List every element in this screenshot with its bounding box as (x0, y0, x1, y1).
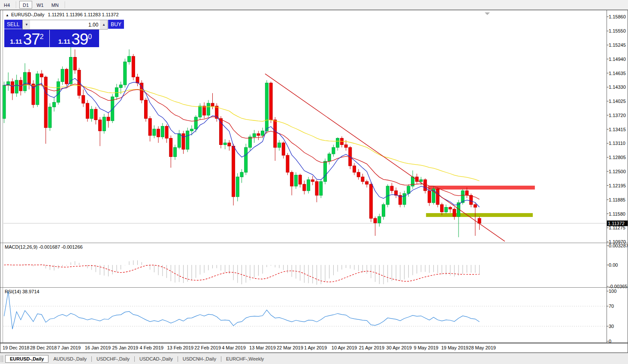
svg-text:1.11372: 1.11372 (608, 221, 625, 226)
rsi-axis-label: 0 (609, 339, 611, 344)
time-axis-label: 7 Jan 2019 (57, 345, 81, 350)
one-click-trade-panel: SELL ▼ ▲ BUY 1.11 37 2 1.11 39 0 (4, 20, 99, 47)
chart-symbol-period: EURUSD-,Daily (11, 12, 45, 17)
time-axis-label: 30 Apr 2019 (386, 345, 412, 350)
time-axis-label: 19 Dec 2018 (3, 345, 29, 350)
time-axis-label: 4 Feb 2019 (140, 345, 164, 350)
chart-tab-bar: EURUSD-,DailyAUDUSD-,DailyUSDCHF-,DailyU… (0, 353, 628, 364)
chart-window: 1.158601.155501.152451.149401.146351.143… (0, 10, 628, 353)
chart-tab-usdchf-daily[interactable]: USDCHF-,Daily (92, 355, 134, 363)
price-axis-label: 1.12805 (609, 155, 626, 160)
chart-tab-usdcnh-daily[interactable]: USDCNH-,Daily (178, 355, 221, 363)
sell-button[interactable]: SELL (4, 20, 22, 29)
timeframe-button-h4[interactable]: H4 (0, 1, 13, 9)
price-axis-label: 1.13720 (609, 113, 626, 118)
chart-canvas[interactable]: 1.158601.155501.152451.149401.146351.143… (0, 10, 628, 352)
rsi-indicator-label: RSI(14) 38.9714 (5, 289, 39, 294)
price-axis-label: 1.15860 (609, 14, 626, 19)
price-axis[interactable]: 1.158601.155501.152451.149401.146351.143… (607, 14, 628, 344)
price-axis-label: 1.11580 (609, 211, 625, 217)
volume-up-icon[interactable]: ▲ (100, 20, 107, 29)
chart-tab-eurchf-weekly[interactable]: EURCHF-,Weekly (221, 355, 269, 363)
price-axis-label: 1.15550 (609, 28, 626, 33)
chart-tab-eurusd-daily[interactable]: EURUSD-,Daily (5, 355, 48, 363)
time-axis-label: 13 Mar 2019 (249, 345, 276, 350)
sell-price-main: 37 (23, 33, 40, 46)
buy-price-main: 39 (71, 33, 88, 46)
volume-down-icon[interactable]: ▼ (23, 20, 30, 29)
timeframe-button-d1[interactable]: D1 (19, 1, 32, 9)
time-axis-label: 10 Apr 2019 (332, 345, 357, 350)
macd-indicator-label: MACD(12,26,9) -0.001687 -0.001266 (5, 244, 83, 250)
price-axis-label: 1.12500 (609, 169, 626, 174)
rsi-pane[interactable] (3, 291, 607, 329)
macd-pane[interactable] (4, 260, 480, 285)
time-axis-label: 25 Jan 2019 (112, 345, 139, 350)
time-axis-label: 22 Mar 2019 (277, 345, 303, 350)
macd-axis-label: 0.00 (609, 262, 618, 268)
resistance-level-band (428, 186, 535, 190)
chart-shift-marker-icon (485, 12, 490, 15)
buy-price[interactable]: 1.11 39 0 (51, 30, 99, 47)
price-axis-label: 1.14330 (609, 84, 626, 90)
time-axis-label: 13 Feb 2019 (167, 345, 193, 350)
rsi-axis-label: 100 (609, 289, 616, 294)
price-axis-label: 1.14940 (609, 57, 626, 62)
price-axis-label: 1.11885 (609, 197, 625, 202)
time-axis-label: 28 Dec 2018 (30, 345, 57, 350)
candlestick-series (3, 47, 481, 237)
rsi-axis-label: 70 (609, 304, 614, 309)
price-axis-label: 1.13110 (609, 141, 625, 146)
timeframe-button-w1[interactable]: W1 (33, 1, 47, 9)
price-axis-label: 1.14635 (609, 71, 626, 76)
macd-axis-label: 0.003287 (609, 243, 628, 248)
trade-controls-row: SELL ▼ ▲ BUY (4, 20, 99, 30)
buy-button[interactable]: BUY (108, 20, 124, 29)
price-axis-label: 1.14025 (609, 99, 626, 104)
collapse-trade-panel-icon[interactable]: ▲ (6, 13, 9, 17)
time-axis[interactable]: 19 Dec 201828 Dec 20187 Jan 201916 Jan 2… (3, 345, 496, 350)
trade-prices-row: 1.11 37 2 1.11 39 0 (4, 30, 99, 47)
price-axis-label: 1.15245 (609, 42, 626, 48)
timeframe-toolbar: H4D1W1MN (0, 0, 628, 10)
chart-title: ▲EURUSD-,Daily1.11291 1.11396 1.11283 1.… (6, 12, 119, 17)
chart-tab-audusd-daily[interactable]: AUDUSD-,Daily (48, 355, 91, 363)
price-axis-label: 1.13415 (609, 127, 626, 132)
price-axis-label: 1.12195 (609, 183, 626, 188)
toolbar-separator (16, 1, 17, 8)
toolbar-separator (65, 1, 66, 8)
rsi-axis-label: 30 (609, 324, 614, 329)
time-axis-label: 16 Jan 2019 (85, 345, 111, 350)
timeframe-button-mn[interactable]: MN (48, 1, 62, 9)
mt4-app: H4D1W1MN 1.158601.155501.152451.149401.1… (0, 0, 628, 364)
chart-tab-usdcad-daily[interactable]: USDCAD-,Daily (135, 355, 178, 363)
time-axis-label: 19 May 2019 (441, 345, 468, 350)
buy-price-prefix: 1.11 (58, 38, 70, 45)
volume-spinner: ▼ ▲ (22, 20, 108, 30)
time-axis-label: 4 Mar 2019 (222, 345, 246, 350)
tabbar-grip (1, 355, 3, 362)
buy-price-pip: 0 (88, 33, 92, 40)
time-axis-label: 21 Apr 2019 (359, 345, 384, 350)
time-axis-label: 9 May 2019 (414, 345, 438, 350)
time-axis-label: 1 Apr 2019 (304, 345, 327, 350)
time-axis-label: 22 Feb 2019 (194, 345, 221, 350)
sell-price-prefix: 1.11 (10, 38, 22, 45)
sell-price-pip: 2 (40, 33, 44, 40)
time-axis-label: 28 May 2019 (468, 345, 496, 350)
sell-price[interactable]: 1.11 37 2 (4, 30, 50, 47)
chart-ohlc-readout: 1.11291 1.11396 1.11283 1.11372 (48, 12, 119, 17)
volume-input[interactable] (30, 20, 100, 29)
